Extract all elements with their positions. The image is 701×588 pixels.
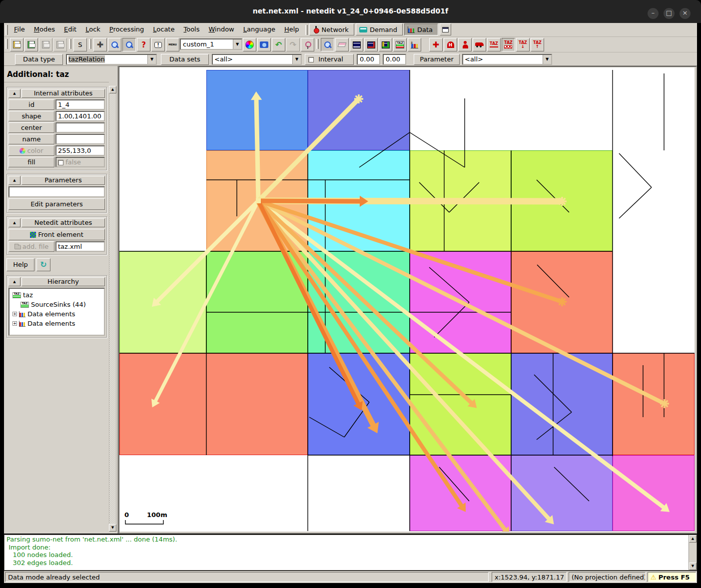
taz-relation-line[interactable]: [258, 201, 462, 507]
data-sets-button[interactable]: Data sets: [161, 54, 209, 65]
scroll-down-icon[interactable]: ▼: [689, 563, 697, 570]
road-edge[interactable]: [537, 180, 569, 212]
chevron-down-icon[interactable]: ▼: [292, 55, 301, 64]
collapse-button[interactable]: ▲: [8, 277, 20, 286]
attribute-label-button[interactable]: name: [8, 134, 54, 144]
edit-parameters-button[interactable]: Edit parameters: [8, 198, 105, 210]
undo-button[interactable]: ↶: [272, 38, 285, 51]
map-canvas[interactable]: 0 100m: [119, 67, 695, 532]
interval-checkbox[interactable]: Interval: [305, 54, 354, 65]
parameters-field[interactable]: [8, 186, 105, 197]
menu-locate[interactable]: Locate: [148, 23, 179, 35]
parameter-button[interactable]: Parameter: [414, 54, 460, 65]
road-edge[interactable]: [449, 182, 479, 212]
meandata-mode-button[interactable]: x̄: [408, 38, 421, 51]
color-value-field[interactable]: 255,133,0: [55, 145, 105, 156]
redo-button[interactable]: ↷: [286, 38, 300, 51]
menu-processing[interactable]: Processing: [105, 23, 148, 35]
collapse-button[interactable]: ▲: [8, 176, 20, 185]
road-edge[interactable]: [410, 132, 465, 167]
fill-checkbox[interactable]: false: [55, 157, 105, 167]
hierarchy-header[interactable]: Hierarchy: [21, 277, 105, 286]
edit-coloring-button[interactable]: [243, 38, 256, 51]
minimize-button[interactable]: –: [648, 8, 659, 19]
toolbar-grip[interactable]: [305, 25, 308, 35]
menu-tools[interactable]: Tools: [179, 23, 204, 35]
road-edge[interactable]: [619, 153, 652, 187]
locate-junction-button[interactable]: [301, 38, 314, 51]
interval-begin-field[interactable]: 0.00: [357, 54, 380, 65]
collapse-button[interactable]: ▲: [8, 89, 20, 98]
junctiondata-mode-button[interactable]: [379, 38, 392, 51]
inspect-zoom-button[interactable]: [321, 38, 334, 51]
attribute-label-button[interactable]: center: [8, 122, 54, 133]
select-person-button[interactable]: [458, 38, 472, 51]
close-button[interactable]: ×: [680, 8, 691, 19]
taz-relation-line[interactable]: [258, 201, 506, 531]
screenshot-button[interactable]: [257, 38, 271, 51]
supermode-data-button[interactable]: Data: [404, 23, 438, 35]
tazdata-mode-button[interactable]: TAZ: [393, 38, 407, 51]
taz-source-mode-button[interactable]: TAZ↑: [531, 38, 544, 51]
road-edge[interactable]: [619, 187, 652, 218]
expander-icon[interactable]: +: [12, 321, 17, 326]
supermode-s-button[interactable]: S: [73, 38, 87, 51]
relation-hub-marker[interactable]: [256, 198, 261, 203]
zoom-cursor-button[interactable]: [122, 38, 136, 51]
checkbox-icon[interactable]: [58, 160, 63, 165]
save-joined-button[interactable]: [53, 38, 67, 51]
toolbar-grip[interactable]: [5, 39, 8, 49]
zoom-button[interactable]: [108, 38, 121, 51]
tree-item-data-elements[interactable]: +Data elements: [10, 309, 103, 319]
road-edge[interactable]: [554, 467, 589, 501]
attribute-value-field[interactable]: 1.00,1401.00: [55, 111, 105, 121]
scroll-down-icon[interactable]: ▼: [109, 524, 116, 532]
chevron-down-icon[interactable]: ▼: [147, 55, 156, 64]
menu-help[interactable]: Help: [280, 23, 304, 35]
attribute-label-button[interactable]: id: [8, 99, 54, 110]
checkbox-icon[interactable]: [308, 57, 314, 62]
taz-relation-line[interactable]: [258, 99, 359, 201]
taz-relation-line[interactable]: [258, 201, 361, 201]
menu-tooltip-button[interactable]: MENU: [166, 38, 179, 51]
data-type-combobox[interactable]: tazRelation ▼: [66, 54, 157, 65]
road-edge[interactable]: [434, 302, 469, 337]
menu-modes[interactable]: Modes: [29, 23, 59, 35]
menu-edit[interactable]: Edit: [59, 23, 81, 35]
delete-mode-button[interactable]: [335, 38, 349, 51]
vehicle-data-button[interactable]: [473, 38, 486, 51]
scroll-up-icon[interactable]: ▲: [689, 535, 697, 543]
edgedata-mode-button[interactable]: [350, 38, 363, 51]
netedit-attributes-header[interactable]: Netedit attributes: [21, 218, 105, 227]
road-edge[interactable]: [419, 182, 449, 212]
interval-end-field[interactable]: 0.00: [383, 54, 406, 65]
toolbar-grip[interactable]: [89, 39, 91, 49]
osg-view-button[interactable]: [440, 23, 451, 35]
taz-sink-mode-button[interactable]: TAZ↓: [516, 38, 530, 51]
internal-attributes-header[interactable]: Internal attributes: [21, 89, 105, 98]
tree-item-sourcesinks-44-[interactable]: TAZSourceSinks (44): [10, 300, 103, 309]
save-plain-button[interactable]: [39, 38, 52, 51]
log-scrollbar[interactable]: ▲ ▼: [689, 535, 697, 570]
view-preset-combobox[interactable]: custom_1 ▼: [180, 38, 242, 50]
parameter-combobox[interactable]: <all> ▼: [462, 54, 552, 65]
attribute-value-field[interactable]: [55, 122, 105, 133]
front-element-button[interactable]: Front element: [8, 229, 105, 240]
reload-button[interactable]: ↻: [36, 258, 50, 271]
taz-relation-line[interactable]: [258, 201, 359, 405]
help-button[interactable]: Help: [6, 258, 34, 271]
press-f5-warning[interactable]: ⚠Press F5: [648, 572, 696, 582]
sidebar-scrollbar[interactable]: ▲ ▼: [109, 86, 116, 532]
attribute-value-field[interactable]: [55, 134, 105, 144]
add-file-button[interactable]: add. file: [8, 241, 54, 252]
help-mode-button[interactable]: ?: [137, 38, 150, 51]
expander-icon[interactable]: +: [12, 312, 17, 316]
message-log[interactable]: Parsing sumo-net from 'net.net.xml' ... …: [4, 535, 697, 571]
maximize-button[interactable]: □: [664, 8, 675, 19]
edgereldata-mode-button[interactable]: [364, 38, 378, 51]
taz-relation-line[interactable]: [256, 98, 258, 201]
scroll-up-icon[interactable]: ▲: [109, 86, 116, 93]
toolbar-grip[interactable]: [69, 39, 71, 49]
move-view-button[interactable]: ✚: [93, 38, 107, 51]
fill-label-button[interactable]: fill: [8, 157, 54, 167]
